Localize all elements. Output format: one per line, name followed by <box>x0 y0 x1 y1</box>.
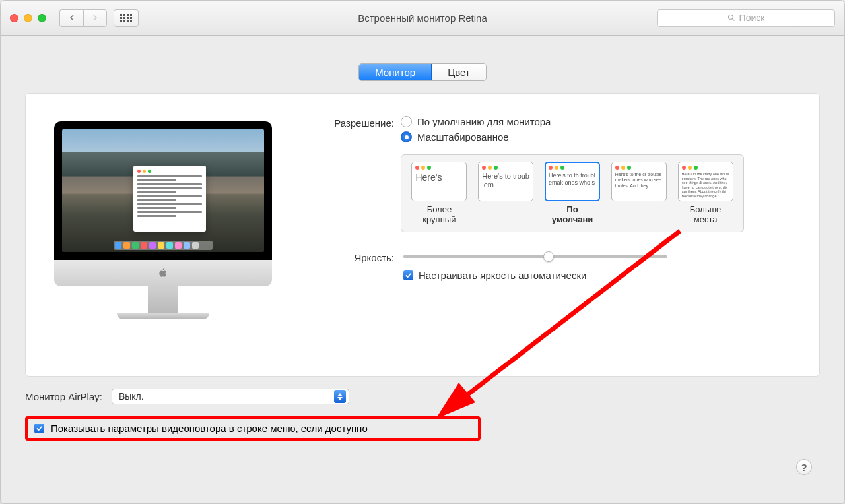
zoom-button[interactable] <box>38 14 46 22</box>
radio-default[interactable]: По умолчанию для монитора <box>401 116 801 127</box>
window-controls <box>10 14 46 22</box>
res-option-default[interactable]: Here's to th troublemak ones who s По ум… <box>543 162 603 225</box>
tab-bar: Монитор Цвет <box>1 63 844 81</box>
res-option-4[interactable]: Here's to the cr troublemakers. ones who… <box>609 162 669 225</box>
close-button[interactable] <box>10 14 18 22</box>
svg-point-0 <box>728 15 733 20</box>
grid-icon <box>120 14 132 22</box>
airplay-label: Монитор AirPlay: <box>25 391 102 402</box>
settings-panel: Разрешение: По умолчанию для монитора Ма… <box>308 116 801 319</box>
search-placeholder: Поиск <box>739 13 765 23</box>
checkbox-icon <box>34 424 44 433</box>
minimize-button[interactable] <box>24 14 32 22</box>
apple-logo-icon <box>158 268 168 278</box>
nav-buttons <box>59 9 107 27</box>
tab-monitor[interactable]: Монитор <box>359 64 432 80</box>
tab-color[interactable]: Цвет <box>432 64 486 80</box>
bottom-section: Монитор AirPlay: Выкл. Показывать параме… <box>1 377 844 441</box>
display-illustration <box>44 121 282 319</box>
mirroring-checkbox-row[interactable]: Показывать параметры видеоповтора в стро… <box>25 416 481 441</box>
search-field[interactable]: Поиск <box>657 9 835 27</box>
resolution-label: Разрешение: <box>308 116 401 129</box>
svg-line-1 <box>732 19 734 21</box>
radio-icon <box>401 116 412 127</box>
search-icon <box>727 14 735 22</box>
radio-icon <box>401 131 412 142</box>
back-button[interactable] <box>59 9 83 27</box>
airplay-row: Монитор AirPlay: Выкл. <box>25 389 820 404</box>
slider-knob[interactable] <box>543 251 554 262</box>
radio-scaled[interactable]: Масштабированное <box>401 131 801 142</box>
mirroring-label: Показывать параметры видеоповтора в стро… <box>51 423 368 434</box>
help-button[interactable]: ? <box>796 459 812 475</box>
checkbox-icon <box>403 270 413 280</box>
forward-button[interactable] <box>83 9 107 27</box>
airplay-select[interactable]: Выкл. <box>112 389 349 404</box>
titlebar: Встроенный монитор Retina Поиск <box>1 1 844 36</box>
select-stepper-icon <box>334 390 346 403</box>
resolution-options: Here's Более крупный Here's to troublem … <box>401 154 744 232</box>
auto-brightness-checkbox[interactable]: Настраивать яркость автоматически <box>403 270 801 281</box>
preferences-window: Встроенный монитор Retina Поиск Монитор … <box>0 0 845 504</box>
brightness-label: Яркость: <box>308 251 401 263</box>
show-all-button[interactable] <box>114 9 139 27</box>
res-option-2[interactable]: Here's to troublem <box>476 162 536 225</box>
window-title: Встроенный монитор Retina <box>358 13 487 24</box>
res-option-larger-text[interactable]: Here's Более крупный <box>409 162 469 225</box>
content-pane: Разрешение: По умолчанию для монитора Ма… <box>25 93 820 377</box>
brightness-slider[interactable] <box>403 255 667 258</box>
res-option-more-space[interactable]: Here's to the crazy one troublemakers. T… <box>675 162 735 225</box>
